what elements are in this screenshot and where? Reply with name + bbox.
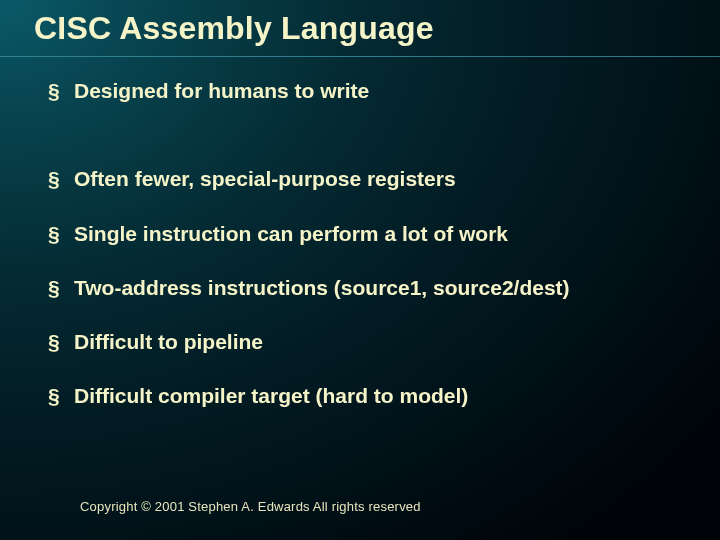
list-item: Single instruction can perform a lot of … [48, 221, 690, 247]
bullet-list: Designed for humans to write Often fewer… [48, 78, 690, 438]
list-item: Often fewer, special-purpose registers [48, 166, 690, 192]
slide: CISC Assembly Language Designed for huma… [0, 0, 720, 540]
copyright-footer: Copyright © 2001 Stephen A. Edwards All … [80, 499, 421, 514]
slide-title: CISC Assembly Language [34, 10, 700, 47]
list-item: Designed for humans to write [48, 78, 690, 104]
list-item: Two-address instructions (source1, sourc… [48, 275, 690, 301]
list-item: Difficult to pipeline [48, 329, 690, 355]
list-item: Difficult compiler target (hard to model… [48, 383, 690, 409]
title-divider [0, 56, 720, 57]
